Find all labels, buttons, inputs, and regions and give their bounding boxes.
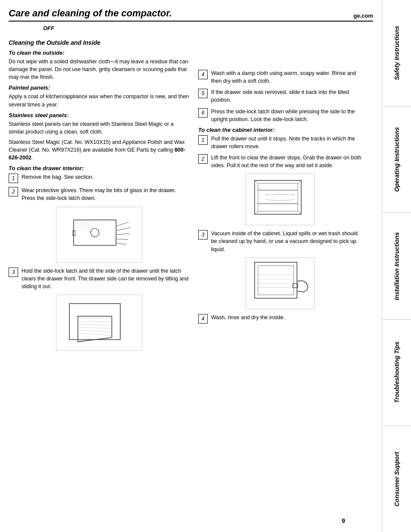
step-num-5: 5 bbox=[198, 89, 208, 98]
step-text-3: Hold the side-lock latch and tilt the si… bbox=[22, 267, 190, 290]
sidebar-label-safety: Safety Instructions bbox=[393, 26, 400, 80]
outside-step-4: 4 Wash with a damp cloth using warm, soa… bbox=[198, 69, 362, 85]
text-painted-panels: Apply a coat of kitchen/appliance wax wh… bbox=[9, 93, 190, 108]
sidebar-label-operating: Operating Instructions bbox=[393, 127, 400, 192]
cabinet-step-num-3: 3 bbox=[198, 230, 208, 240]
text-clean-outside: Do not wipe with a soiled dishwasher clo… bbox=[9, 58, 190, 81]
svg-line-25 bbox=[298, 180, 301, 184]
step-num-6: 6 bbox=[198, 108, 208, 118]
svg-line-3 bbox=[116, 227, 131, 230]
heading-clean-drawer: To clean the drawer interior: bbox=[9, 165, 190, 171]
svg-line-4 bbox=[116, 233, 130, 235]
page-header: Care and cleaning of the compactor. ge.c… bbox=[9, 8, 373, 22]
svg-line-10 bbox=[86, 220, 90, 223]
sidebar-label-troubleshooting: Troubleshooting Tips bbox=[393, 342, 400, 403]
illustration-vacuum bbox=[246, 258, 314, 309]
cabinet-step-1: 1 Pull the drawer out until it stops. No… bbox=[198, 135, 362, 150]
svg-line-19 bbox=[78, 333, 112, 335]
svg-line-15 bbox=[78, 321, 112, 322]
step-num-3: 3 bbox=[9, 268, 18, 277]
right-sidebar: Safety Instructions Operating Instructio… bbox=[382, 0, 411, 532]
svg-line-6 bbox=[116, 243, 127, 244]
sidebar-section-operating: Operating Instructions bbox=[382, 106, 411, 213]
illustration-drawer-hands bbox=[56, 207, 142, 263]
cabinet-step-2: 2 Lift the front to clear the drawer sto… bbox=[198, 154, 362, 169]
page-wrapper: Care and cleaning of the compactor. ge.c… bbox=[0, 0, 411, 532]
cabinet-step-num-1: 1 bbox=[198, 135, 208, 145]
svg-line-24 bbox=[255, 180, 258, 184]
svg-line-2 bbox=[116, 222, 129, 226]
heading-painted-panels: Painted panels: bbox=[9, 84, 190, 91]
heading-cabinet-interior: To clean the cabinet interior: bbox=[198, 127, 362, 133]
step-num-1: 1 bbox=[9, 174, 18, 183]
svg-line-9 bbox=[82, 220, 91, 226]
drawer-step-2: 2 Wear protective gloves. There may be b… bbox=[9, 187, 190, 202]
cabinet-step-num-2: 2 bbox=[198, 154, 208, 164]
svg-line-16 bbox=[78, 324, 112, 325]
cabinet-step-text-1: Pull the drawer out until it stops. Note… bbox=[211, 135, 362, 150]
svg-point-1 bbox=[90, 228, 99, 237]
svg-line-7 bbox=[74, 220, 90, 233]
cabinet-step-text-3: Vacuum inside of the cabinet. Liquid spi… bbox=[211, 230, 362, 253]
page-title: Care and cleaning of the compactor. bbox=[9, 8, 172, 19]
svg-line-5 bbox=[116, 239, 128, 239]
text-stainless-1: Stainless steel panels can be cleaned wi… bbox=[9, 120, 190, 136]
text-stainless-2: Stainless Steel Magic (Cat. No. WX10X15)… bbox=[9, 138, 190, 162]
svg-rect-21 bbox=[258, 184, 298, 212]
two-col-layout: Cleaning the Outside and Inside To clean… bbox=[9, 35, 373, 355]
step-text-1: Remove the bag. See section. bbox=[22, 173, 190, 181]
sidebar-label-installation: Installation Instructions bbox=[393, 232, 400, 300]
step-text-4: Wash with a damp cloth using warm, soapy… bbox=[211, 69, 362, 85]
svg-line-18 bbox=[78, 330, 112, 332]
step-num-4: 4 bbox=[198, 70, 208, 79]
step-text-5: If the drawer side was removed, slide it… bbox=[211, 88, 362, 104]
page-number: 9 bbox=[342, 517, 345, 524]
svg-rect-29 bbox=[258, 265, 294, 295]
svg-rect-0 bbox=[74, 220, 116, 245]
svg-line-26 bbox=[255, 212, 258, 215]
illustration-drawer-tilt bbox=[56, 295, 142, 351]
svg-marker-13 bbox=[78, 316, 112, 342]
sidebar-section-installation: Installation Instructions bbox=[382, 213, 411, 319]
step-text-2: Wear protective gloves. There may be bit… bbox=[22, 187, 190, 202]
off-label: OFF bbox=[43, 25, 373, 31]
cabinet-step-num-4: 4 bbox=[198, 314, 208, 324]
outside-step-6: 6 Press the side-lock latch down while p… bbox=[198, 108, 362, 123]
sidebar-label-consumer: Consumer Support bbox=[393, 452, 400, 507]
stainless-text-end: . bbox=[31, 155, 33, 161]
svg-rect-28 bbox=[255, 262, 297, 298]
svg-line-27 bbox=[298, 212, 301, 215]
section-heading-cleaning: Cleaning the Outside and Inside bbox=[9, 39, 190, 46]
step-text-6: Press the side-lock latch down while pre… bbox=[211, 108, 362, 123]
cabinet-step-3: 3 Vacuum inside of the cabinet. Liquid s… bbox=[198, 230, 362, 253]
ge-com: ge.com bbox=[353, 12, 373, 19]
svg-rect-11 bbox=[73, 230, 75, 236]
cabinet-step-text-2: Lift the front to clear the drawer stops… bbox=[211, 154, 362, 169]
main-content: Care and cleaning of the compactor. ge.c… bbox=[0, 0, 382, 532]
heading-clean-outside: To clean the outside: bbox=[9, 50, 190, 56]
sidebar-section-troubleshooting: Troubleshooting Tips bbox=[382, 320, 411, 426]
outside-step-5: 5 If the drawer side was removed, slide … bbox=[198, 88, 362, 104]
sidebar-section-consumer: Consumer Support bbox=[382, 426, 411, 532]
right-column: 4 Wash with a damp cloth using warm, soa… bbox=[198, 35, 362, 355]
sidebar-section-safety: Safety Instructions bbox=[382, 0, 411, 106]
illustration-cabinet-top bbox=[246, 174, 314, 225]
cabinet-step-text-4: Wash, rinse and dry the inside. bbox=[211, 314, 362, 321]
cabinet-step-4: 4 Wash, rinse and dry the inside. bbox=[198, 314, 362, 324]
step-num-2: 2 bbox=[9, 187, 18, 196]
drawer-step-3: 3 Hold the side-lock latch and tilt the … bbox=[9, 267, 190, 290]
heading-stainless-panels: Stainless steel panels: bbox=[9, 112, 190, 118]
left-column: Cleaning the Outside and Inside To clean… bbox=[9, 35, 190, 355]
drawer-step-1: 1 Remove the bag. See section. bbox=[9, 173, 190, 183]
svg-rect-20 bbox=[255, 180, 301, 215]
svg-line-17 bbox=[78, 327, 112, 329]
stainless-text-part1: Stainless Steel Magic (Cat. No. WX10X15)… bbox=[9, 139, 185, 153]
